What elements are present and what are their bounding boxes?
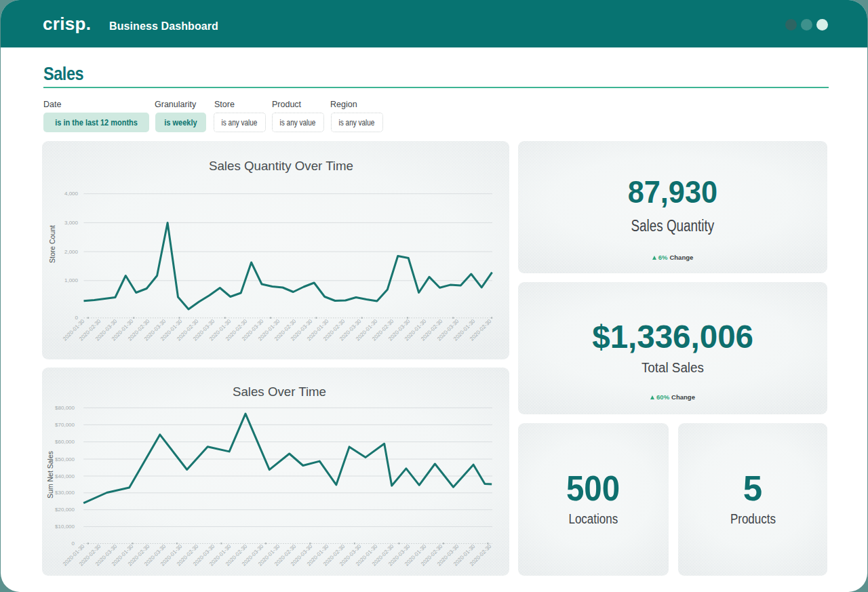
svg-text:Sum Net Sales: Sum Net Sales: [46, 451, 54, 498]
svg-text:$80,000: $80,000: [55, 405, 75, 411]
svg-text:2,000: 2,000: [64, 249, 79, 255]
svg-text:Store Count: Store Count: [48, 225, 56, 263]
svg-text:Sales Over Time: Sales Over Time: [233, 384, 326, 399]
svg-text:$30,000: $30,000: [55, 490, 75, 496]
svg-text:$70,000: $70,000: [55, 422, 75, 428]
svg-text:$50,000: $50,000: [55, 456, 75, 462]
svg-text:Sales Quantity Over Time: Sales Quantity Over Time: [209, 159, 353, 173]
svg-text:$10,000: $10,000: [55, 524, 75, 530]
svg-text:$40,000: $40,000: [55, 473, 75, 479]
svg-text:0: 0: [75, 315, 79, 321]
svg-text:$60,000: $60,000: [55, 439, 75, 445]
svg-text:0: 0: [72, 540, 75, 547]
svg-text:1,000: 1,000: [64, 277, 79, 283]
svg-text:$20,000: $20,000: [55, 507, 75, 513]
svg-text:3,000: 3,000: [64, 220, 79, 226]
svg-text:4,000: 4,000: [64, 191, 79, 197]
